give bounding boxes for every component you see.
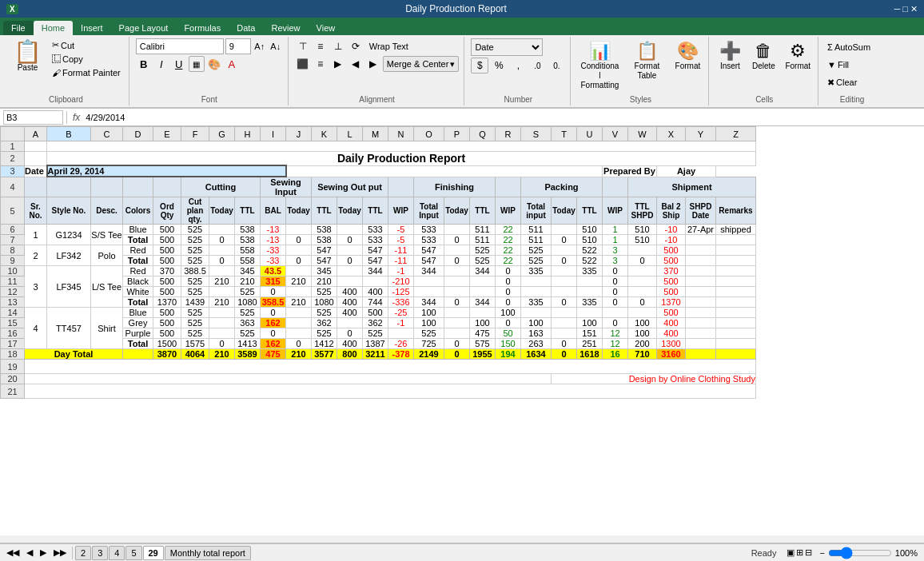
align-top-button[interactable]: ⊤ <box>295 38 311 54</box>
paste-icon: 📋 <box>14 41 42 63</box>
autosum-button[interactable]: Σ AutoSum <box>823 38 881 56</box>
tab-page-layout[interactable]: Page Layout <box>111 21 177 35</box>
spreadsheet-container[interactable]: A B C D E F G H I J K L M N O P Q R S T … <box>0 126 924 535</box>
format-icon: ⚙ <box>790 41 806 62</box>
col-header-c[interactable]: C <box>91 127 123 141</box>
percent-button[interactable]: % <box>490 58 508 74</box>
delete-button[interactable]: 🗑 Delete <box>747 38 779 93</box>
cell-w3-prepared-by[interactable]: Prepared By <box>603 165 657 177</box>
shipment-header: Shipment <box>628 177 756 197</box>
col-header-b[interactable]: B <box>47 127 91 141</box>
col-header-i[interactable]: I <box>261 127 286 141</box>
cell-a1[interactable] <box>25 141 47 152</box>
indent-decrease-button[interactable]: ◀ <box>348 56 364 72</box>
packing-header: Packing <box>521 177 603 197</box>
col-header-r[interactable]: R <box>496 127 521 141</box>
cell-a2[interactable] <box>25 152 47 166</box>
col-header-d[interactable]: D <box>123 127 153 141</box>
col-header-z[interactable]: Z <box>716 127 756 141</box>
format-button[interactable]: ⚙ Format <box>781 38 814 93</box>
align-left-button[interactable]: ⬛ <box>295 56 311 72</box>
col-header-e[interactable]: E <box>153 127 181 141</box>
col-header-j[interactable]: J <box>286 127 312 141</box>
row-num-20: 20 <box>1 374 25 384</box>
col-header-v[interactable]: V <box>603 127 628 141</box>
clear-button[interactable]: ✖ Clear <box>823 74 881 91</box>
col-header-f[interactable]: F <box>181 127 209 141</box>
col-header-p[interactable]: P <box>444 127 470 141</box>
cell-b1[interactable] <box>47 141 756 152</box>
col-header-m[interactable]: M <box>363 127 388 141</box>
cell-b2-title[interactable]: Daily Production Report <box>47 152 756 166</box>
autosum-label: AutoSum <box>834 42 870 52</box>
align-bottom-button[interactable]: ⊥ <box>330 38 346 54</box>
formula-input[interactable] <box>86 110 921 125</box>
insert-label: Insert <box>720 62 740 70</box>
cell-a3-date-label[interactable]: Date <box>25 165 47 177</box>
italic-button[interactable]: I <box>153 56 169 72</box>
tab-file[interactable]: File <box>3 21 34 35</box>
comma-button[interactable]: , <box>509 58 527 74</box>
col-header-u[interactable]: U <box>577 127 603 141</box>
tab-review[interactable]: Review <box>263 21 308 35</box>
align-right-button[interactable]: ▶ <box>330 56 346 72</box>
col-header-a[interactable]: A <box>25 127 47 141</box>
conditional-formatting-button[interactable]: 📊 Conditional Formatting <box>576 38 623 93</box>
font-name-input[interactable] <box>136 38 224 54</box>
col-header-l[interactable]: L <box>337 127 363 141</box>
row-num-17: 17 <box>1 339 25 349</box>
fill-button[interactable]: ▼ Fill <box>823 56 881 74</box>
col-header-q[interactable]: Q <box>470 127 496 141</box>
col-header-y[interactable]: Y <box>686 127 716 141</box>
paste-label: Paste <box>18 63 38 72</box>
number-format-select[interactable]: Date <box>471 38 543 56</box>
cell-b3-date-value[interactable]: April 29, 2014 <box>47 165 286 177</box>
col-header-w[interactable]: W <box>628 127 657 141</box>
align-center-button[interactable]: ≡ <box>313 56 329 72</box>
currency-button[interactable]: $ <box>471 58 488 74</box>
border-button[interactable]: ▦ <box>189 56 205 72</box>
col-header-o[interactable]: O <box>414 127 444 141</box>
window-controls[interactable]: ─ □ ✕ <box>894 4 918 14</box>
tab-data[interactable]: Data <box>229 21 263 35</box>
text-direction-button[interactable]: ⟳ <box>348 38 364 54</box>
cell-styles-icon: 🎨 <box>677 41 699 62</box>
font-color-button[interactable]: A <box>224 56 240 72</box>
paste-button[interactable]: 📋 Paste <box>8 38 47 74</box>
underline-button[interactable]: U <box>171 56 187 72</box>
cell-styles-button[interactable]: 🎨 Format <box>670 38 705 93</box>
tab-formulas[interactable]: Formulas <box>176 21 229 35</box>
merge-center-button[interactable]: Merge & Center ▾ <box>383 56 460 72</box>
format-painter-icon: 🖌 <box>52 68 61 78</box>
col-header-g[interactable]: G <box>209 127 235 141</box>
copy-button[interactable]: ⿺ Copy <box>49 53 124 66</box>
format-as-table-button[interactable]: 📋 Format Table <box>625 38 668 93</box>
format-painter-button[interactable]: 🖌 Format Painter <box>49 66 124 79</box>
font-size-input[interactable] <box>225 38 251 54</box>
conditional-formatting-label: Conditional Formatting <box>579 62 619 90</box>
col-header-t[interactable]: T <box>552 127 577 141</box>
insert-button[interactable]: ➕ Insert <box>714 38 746 93</box>
col-header-s[interactable]: S <box>521 127 552 141</box>
fill-color-button[interactable]: 🎨 <box>206 56 222 72</box>
col-header-x[interactable]: X <box>657 127 686 141</box>
tab-home[interactable]: Home <box>34 21 73 35</box>
align-middle-button[interactable]: ≡ <box>313 38 329 54</box>
merge-center-dropdown-icon[interactable]: ▾ <box>450 59 455 70</box>
wrap-text-button[interactable]: Wrap Text <box>365 38 412 54</box>
col-header-h[interactable]: H <box>235 127 261 141</box>
decrease-decimal-button[interactable]: 0. <box>548 58 565 74</box>
increase-font-button[interactable]: A↑ <box>253 39 267 54</box>
cell-reference-box[interactable] <box>3 110 63 125</box>
tab-insert[interactable]: Insert <box>73 21 111 35</box>
decrease-font-button[interactable]: A↓ <box>269 39 283 54</box>
indent-increase-button[interactable]: ▶ <box>365 56 381 72</box>
col-header-n[interactable]: N <box>388 127 414 141</box>
format-as-table-icon: 📋 <box>636 41 658 62</box>
tab-view[interactable]: View <box>309 21 344 35</box>
cut-button[interactable]: ✂ Cut <box>49 38 124 52</box>
col-header-k[interactable]: K <box>312 127 337 141</box>
increase-decimal-button[interactable]: .0 <box>528 58 546 74</box>
bold-button[interactable]: B <box>136 56 152 72</box>
cell-y3-name[interactable]: Ajay <box>657 165 716 177</box>
